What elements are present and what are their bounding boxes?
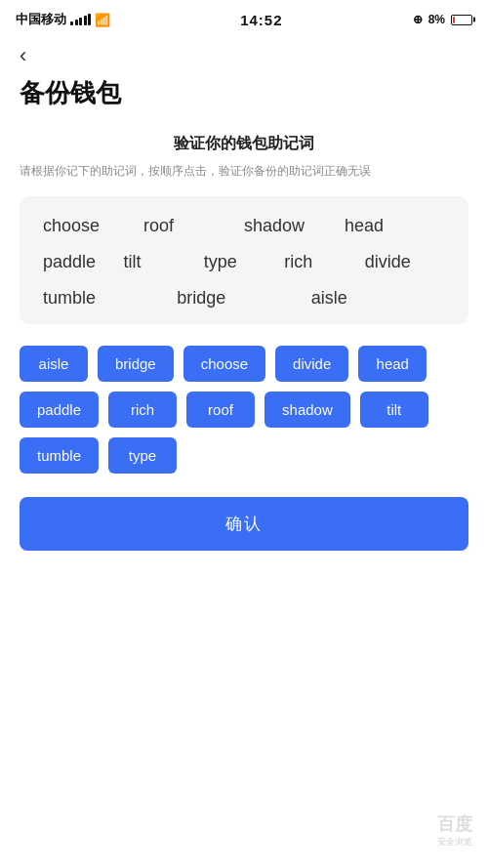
word-shadow: shadow	[244, 216, 345, 236]
word-tilt: tilt	[123, 252, 203, 272]
battery-icon	[451, 15, 472, 25]
word-paddle: paddle	[43, 252, 123, 272]
watermark: 百度 安全浏览	[437, 812, 472, 848]
word-rich: rich	[284, 252, 364, 272]
confirm-button[interactable]: 确认	[20, 497, 468, 551]
chip-tilt[interactable]: tilt	[360, 392, 428, 428]
word-row-1: choose roof shadow head	[43, 216, 445, 236]
word-roof: roof	[143, 216, 244, 236]
word-bridge: bridge	[177, 288, 310, 309]
carrier-label: 中国移动	[16, 11, 66, 28]
chip-shadow[interactable]: shadow	[264, 392, 350, 428]
word-tumble: tumble	[43, 288, 177, 309]
chip-rich[interactable]: rich	[108, 392, 177, 428]
word-type: type	[204, 252, 284, 272]
word-head: head	[345, 216, 445, 236]
chip-divide[interactable]: divide	[275, 346, 348, 382]
chip-choose[interactable]: choose	[183, 346, 265, 382]
chip-tumble[interactable]: tumble	[20, 437, 99, 474]
battery-percent: 8%	[428, 13, 445, 26]
status-right: ⊕ 8%	[413, 13, 472, 26]
page-title: 备份钱包	[20, 76, 468, 110]
status-time: 14:52	[240, 12, 282, 28]
word-choose: choose	[43, 216, 143, 236]
chip-aisle[interactable]: aisle	[20, 346, 88, 382]
battery-circle-icon: ⊕	[413, 13, 423, 26]
chip-roof[interactable]: roof	[186, 392, 255, 428]
back-chevron-icon: ‹	[20, 45, 26, 66]
chip-bridge[interactable]: bridge	[98, 346, 174, 382]
word-aisle: aisle	[311, 288, 445, 309]
status-bar: 中国移动 📶 14:52 ⊕ 8%	[0, 0, 488, 35]
back-button[interactable]: ‹	[20, 35, 468, 72]
chip-type[interactable]: type	[108, 437, 177, 474]
section-title: 验证你的钱包助记词	[20, 134, 468, 154]
status-left: 中国移动 📶	[16, 11, 110, 28]
chip-head[interactable]: head	[358, 346, 427, 382]
chip-paddle[interactable]: paddle	[20, 392, 99, 428]
chips-area: aisle bridge choose divide head paddle r…	[20, 346, 468, 474]
page-content: ‹ 备份钱包 验证你的钱包助记词 请根据你记下的助记词，按顺序点击，验证你备份的…	[0, 35, 488, 551]
word-row-2: paddle tilt type rich divide	[43, 252, 445, 272]
wifi-icon: 📶	[95, 13, 110, 27]
word-row-3: tumble bridge aisle	[43, 288, 445, 309]
section-subtitle: 请根据你记下的助记词，按顺序点击，验证你备份的助记词正确无误	[20, 162, 468, 181]
word-divide: divide	[365, 252, 445, 272]
signal-icon	[70, 14, 91, 25]
word-grid-box: choose roof shadow head paddle tilt type…	[20, 196, 468, 324]
